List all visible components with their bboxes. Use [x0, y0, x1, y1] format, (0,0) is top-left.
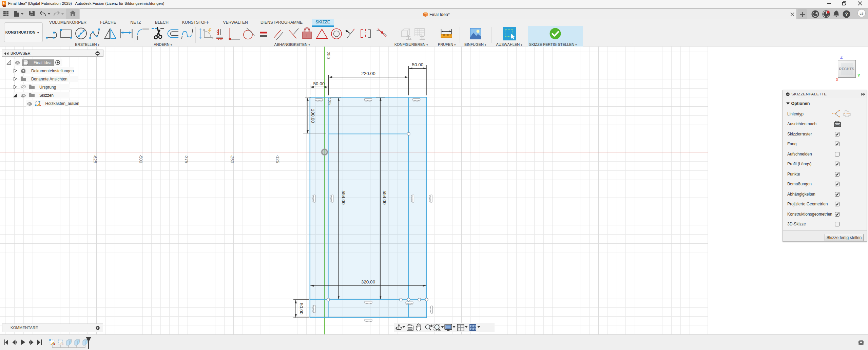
svg-text:?: ? — [845, 12, 848, 17]
svg-text:F: F — [3, 1, 5, 5]
svg-text:-250: -250 — [230, 154, 234, 163]
svg-text:-125: -125 — [275, 154, 280, 163]
svg-text:-500: -500 — [138, 154, 143, 163]
svg-text:554.00: 554.00 — [382, 190, 387, 204]
svg-text:50.00: 50.00 — [299, 303, 304, 315]
svg-text:-375: -375 — [184, 154, 189, 163]
svg-text:-625: -625 — [93, 154, 97, 163]
svg-text:554.00: 554.00 — [341, 190, 346, 204]
svg-text:100.00: 100.00 — [310, 109, 315, 123]
svg-text:320.00: 320.00 — [361, 279, 375, 284]
svg-text:50.00: 50.00 — [412, 62, 424, 67]
svg-text:125: 125 — [327, 98, 332, 105]
svg-text:50.00: 50.00 — [313, 81, 325, 86]
svg-text:250: 250 — [326, 52, 331, 59]
svg-text:220.00: 220.00 — [361, 71, 375, 76]
